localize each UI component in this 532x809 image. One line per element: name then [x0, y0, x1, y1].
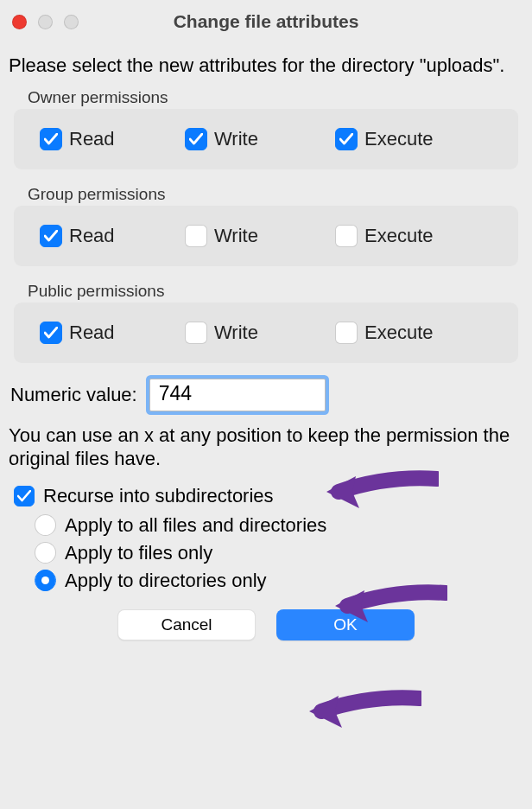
close-window-button[interactable] [12, 15, 27, 29]
ok-button[interactable]: OK [276, 609, 415, 640]
group-execute-label: Execute [364, 225, 434, 247]
owner-write-checkbox[interactable] [185, 128, 207, 150]
public-write-option[interactable]: Write [185, 322, 335, 344]
group-read-checkbox[interactable] [40, 225, 62, 247]
window-title: Change file attributes [12, 11, 520, 32]
public-read-checkbox[interactable] [40, 322, 62, 344]
recurse-checkbox[interactable] [14, 486, 35, 506]
public-write-label: Write [214, 322, 258, 344]
group-read-label: Read [69, 225, 115, 247]
hint-text: You can use an x at any position to keep… [9, 424, 523, 471]
cancel-button-label: Cancel [161, 615, 212, 634]
group-permissions-box: Read Write Execute [14, 206, 518, 266]
public-permissions-label: Public permissions [28, 282, 523, 301]
cancel-button[interactable]: Cancel [117, 609, 256, 640]
apply-files-radio[interactable] [35, 542, 56, 564]
owner-execute-checkbox[interactable] [335, 128, 358, 150]
group-write-option[interactable]: Write [185, 225, 335, 247]
owner-read-label: Read [69, 128, 115, 150]
traffic-lights [12, 15, 79, 29]
group-read-option[interactable]: Read [40, 225, 185, 247]
group-execute-checkbox[interactable] [335, 225, 358, 247]
owner-read-option[interactable]: Read [40, 128, 185, 150]
recurse-option[interactable]: Recurse into subdirectories [14, 485, 523, 507]
owner-permissions-label: Owner permissions [28, 88, 523, 107]
owner-permissions-box: Read Write Execute [14, 109, 518, 169]
public-execute-label: Execute [364, 322, 434, 344]
owner-read-checkbox[interactable] [40, 128, 62, 150]
intro-text: Please select the new attributes for the… [9, 54, 523, 78]
group-write-checkbox[interactable] [185, 225, 207, 247]
maximize-window-button[interactable] [64, 15, 79, 29]
public-permissions-box: Read Write Execute [14, 303, 518, 363]
apply-dirs-radio[interactable] [35, 570, 56, 591]
apply-all-radio[interactable] [35, 514, 56, 536]
public-read-label: Read [69, 322, 115, 344]
apply-all-option[interactable]: Apply to all files and directories [35, 514, 523, 537]
numeric-value-input[interactable] [149, 379, 326, 411]
public-execute-option[interactable]: Execute [335, 322, 434, 344]
annotation-arrow-icon [309, 690, 421, 733]
owner-write-option[interactable]: Write [185, 128, 335, 150]
public-read-option[interactable]: Read [40, 322, 185, 344]
public-write-checkbox[interactable] [185, 322, 207, 344]
apply-dirs-label: Apply to directories only [65, 570, 267, 592]
owner-write-label: Write [214, 128, 258, 150]
minimize-window-button[interactable] [38, 15, 53, 29]
public-execute-checkbox[interactable] [335, 322, 358, 344]
apply-all-label: Apply to all files and directories [65, 514, 326, 537]
recurse-target-group: Apply to all files and directories Apply… [35, 514, 523, 592]
apply-dirs-option[interactable]: Apply to directories only [35, 570, 523, 592]
group-permissions-label: Group permissions [28, 185, 523, 204]
recurse-label: Recurse into subdirectories [43, 485, 274, 507]
titlebar: Change file attributes [0, 0, 532, 43]
apply-files-option[interactable]: Apply to files only [35, 542, 523, 564]
numeric-value-label: Numeric value: [10, 384, 137, 406]
owner-execute-label: Execute [364, 128, 434, 150]
ok-button-label: OK [333, 615, 357, 634]
group-write-label: Write [214, 225, 258, 247]
apply-files-label: Apply to files only [65, 542, 212, 564]
owner-execute-option[interactable]: Execute [335, 128, 434, 150]
group-execute-option[interactable]: Execute [335, 225, 434, 247]
